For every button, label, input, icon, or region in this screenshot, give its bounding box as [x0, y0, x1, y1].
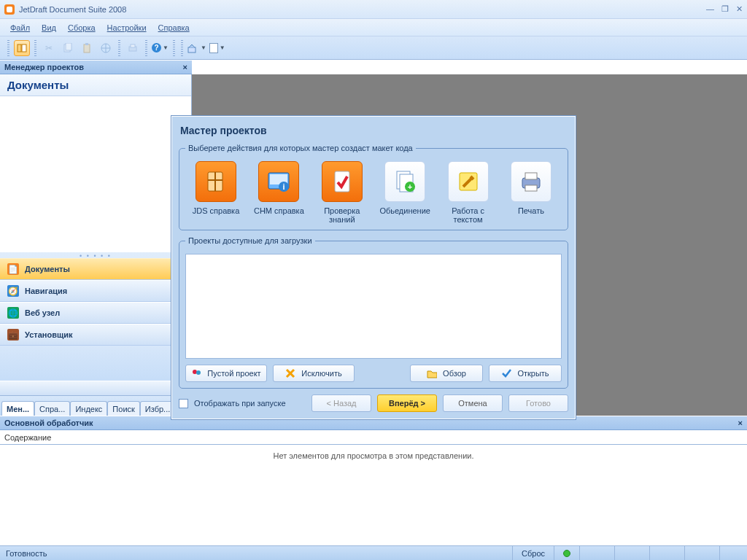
- actions-group-label: Выберете действия для которых мастер соз…: [185, 144, 416, 152]
- toolbar-grip[interactable]: [173, 40, 175, 56]
- menu-file[interactable]: Файл: [6, 22, 34, 34]
- status-cell: [579, 546, 614, 561]
- tab-manager[interactable]: Мен...: [1, 401, 34, 416]
- nav-overflow-bar[interactable]: [0, 381, 191, 395]
- title-bar: JetDraft Document Suite 2008 — ❐ ✕: [0, 0, 747, 19]
- merge-icon: +: [384, 161, 425, 202]
- tab-search[interactable]: Поиск: [107, 401, 139, 416]
- tool-paste[interactable]: [79, 40, 95, 56]
- svg-rect-12: [214, 172, 216, 191]
- project-manager-header: Менеджер проектов ×: [0, 60, 192, 74]
- close-panel-button[interactable]: ×: [183, 63, 187, 71]
- wizard-finish-button[interactable]: Готово: [508, 394, 568, 412]
- open-button[interactable]: Открыть: [489, 365, 562, 382]
- globe-icon: [101, 43, 111, 53]
- svg-rect-1: [22, 44, 26, 52]
- svg-rect-4: [84, 44, 90, 52]
- tool-copy[interactable]: [60, 40, 76, 56]
- nav-webnode[interactable]: 🌐 Веб узел: [0, 302, 191, 324]
- tab-favorites[interactable]: Избр...: [140, 401, 175, 416]
- wizard-cancel-button[interactable]: Отмена: [443, 394, 503, 412]
- tool-cut[interactable]: ✂: [41, 40, 57, 56]
- tool-page-dropdown[interactable]: ▼: [209, 43, 225, 53]
- main-handler-title: Основной обработчик: [4, 419, 93, 427]
- wizard-next-button[interactable]: Вперёд >: [377, 394, 437, 412]
- sidebar-tabs: Мен... Спра... Индекс Поиск Избр...: [0, 395, 191, 416]
- tool-toggle-panel[interactable]: [14, 40, 30, 56]
- nav-documents-label: Документы: [25, 265, 70, 273]
- opt-quiz-label: Проверка знаний: [311, 206, 373, 224]
- documents-icon: 📄: [7, 263, 19, 275]
- delete-icon: [285, 368, 295, 378]
- exclude-button[interactable]: Исключить: [273, 365, 355, 382]
- opt-merge[interactable]: + Обьединение: [374, 161, 436, 224]
- empty-project-label: Пустой проект: [207, 369, 260, 378]
- menu-help[interactable]: Справка: [154, 22, 194, 34]
- toolbar-grip[interactable]: [181, 40, 183, 56]
- svg-rect-0: [18, 44, 21, 52]
- toolbar-separator: [145, 40, 147, 56]
- projects-group: Проекты доступные для загрузки Пустой пр…: [179, 236, 568, 389]
- show-on-start-checkbox[interactable]: [179, 399, 188, 408]
- project-wizard-dialog: Мастер проектов Выберете действия для ко…: [171, 115, 576, 420]
- close-button[interactable]: ✕: [736, 4, 743, 14]
- wizard-back-button[interactable]: < Назад: [311, 394, 371, 412]
- actions-group: Выберете действия для которых мастер соз…: [179, 144, 568, 230]
- chevron-down-icon: ▼: [163, 44, 169, 51]
- documents-heading: Документы: [0, 74, 191, 96]
- tool-build-dropdown[interactable]: ▼: [187, 43, 206, 53]
- documents-tree[interactable]: [0, 96, 191, 252]
- tool-globe[interactable]: [98, 40, 114, 56]
- opt-quiz[interactable]: Проверка знаний: [311, 161, 373, 224]
- opt-text[interactable]: Работа с текстом: [438, 161, 499, 224]
- nav-navigation[interactable]: 🧭 Навигация: [0, 280, 191, 302]
- empty-project-button[interactable]: Пустой проект: [185, 365, 267, 382]
- scissors-icon: ✂: [45, 43, 53, 53]
- projects-list[interactable]: [185, 254, 562, 359]
- preview-empty-label: Нет элементов для просмотра в этом предс…: [273, 451, 473, 460]
- nav-webnode-label: Веб узел: [25, 308, 60, 317]
- copy-icon: [63, 43, 73, 53]
- svg-point-26: [193, 370, 197, 374]
- tab-index[interactable]: Индекс: [70, 401, 107, 416]
- opt-jds[interactable]: JDS справка: [185, 161, 247, 224]
- green-dot-icon: [563, 550, 570, 557]
- toolbar-separator: [34, 40, 36, 56]
- web-icon: 🌐: [7, 307, 19, 319]
- folder-icon: [427, 368, 437, 378]
- opt-merge-label: Обьединение: [379, 206, 430, 215]
- nav-installer-label: Установщик: [25, 330, 72, 339]
- svg-rect-8: [131, 44, 135, 47]
- status-cell: [719, 546, 741, 561]
- toolbar-grip[interactable]: [7, 40, 9, 56]
- splitter-handle[interactable]: • • • • •: [0, 252, 191, 258]
- project-manager-title: Менеджер проектов: [4, 63, 84, 71]
- empty-area: [0, 467, 747, 545]
- opt-print[interactable]: Печать: [500, 161, 562, 224]
- svg-rect-3: [66, 43, 71, 50]
- status-cell: [684, 546, 719, 561]
- maximize-button[interactable]: ❐: [721, 4, 729, 14]
- tab-help[interactable]: Спра...: [34, 401, 70, 416]
- svg-rect-25: [525, 185, 537, 191]
- minimize-button[interactable]: —: [706, 4, 714, 14]
- menu-build[interactable]: Сборка: [63, 22, 100, 34]
- jds-icon: [196, 161, 236, 202]
- tool-help-dropdown[interactable]: ?▼: [152, 43, 169, 52]
- close-main-handler-button[interactable]: ×: [738, 419, 743, 427]
- nav-documents[interactable]: 📄 Документы: [0, 258, 191, 280]
- print-icon: [128, 43, 138, 53]
- tool-print[interactable]: [125, 40, 141, 56]
- browse-button[interactable]: Обзор: [410, 365, 483, 382]
- nav-installer[interactable]: 💼 Установщик: [0, 324, 191, 346]
- dialog-title: Мастер проектов: [179, 122, 568, 144]
- chevron-down-icon: ▼: [220, 44, 225, 51]
- browse-label: Обзор: [443, 369, 466, 378]
- status-reset[interactable]: Сброс: [512, 546, 554, 561]
- people-icon: [191, 368, 201, 378]
- menu-settings[interactable]: Настройки: [103, 22, 151, 34]
- opt-jds-label: JDS справка: [193, 206, 240, 215]
- opt-chm[interactable]: i CHM справка: [248, 161, 309, 224]
- menu-view[interactable]: Вид: [37, 22, 61, 34]
- status-cell: [649, 546, 684, 561]
